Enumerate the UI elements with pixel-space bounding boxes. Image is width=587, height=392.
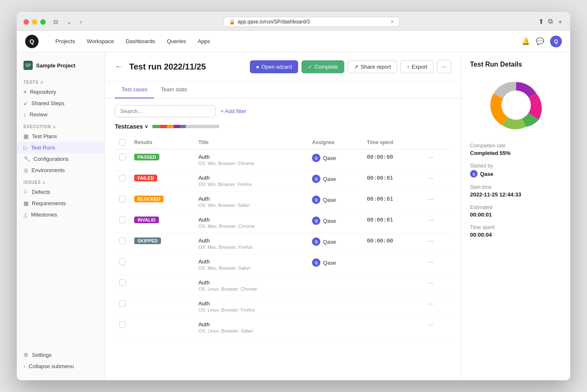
user-avatar[interactable]: Q xyxy=(550,36,562,47)
test-title[interactable]: Auth xyxy=(198,196,304,202)
test-title[interactable]: Auth xyxy=(198,175,304,181)
sidebar-item-environments[interactable]: ◎ Environments xyxy=(17,165,104,176)
complete-button[interactable]: ✓ Complete xyxy=(301,60,344,73)
row-more-button[interactable]: ··· xyxy=(426,217,435,224)
tab-team-stats[interactable]: Team stats xyxy=(154,81,194,98)
assignee-name: Qase xyxy=(323,155,336,161)
row-more-button[interactable]: ··· xyxy=(426,279,435,287)
chevron-down-icon[interactable]: ⌄ xyxy=(64,18,74,26)
panel-title: Test Run Details xyxy=(470,61,562,68)
tab-icon[interactable]: ⧉ xyxy=(548,18,553,26)
row-checkbox[interactable] xyxy=(119,217,126,223)
result-cell xyxy=(130,317,194,338)
test-title[interactable]: Auth xyxy=(198,300,304,307)
nav-item-queries[interactable]: Queries xyxy=(162,36,191,47)
row-more-button[interactable]: ··· xyxy=(426,154,435,161)
close-button[interactable] xyxy=(23,19,29,25)
time-cell xyxy=(363,317,422,338)
sidebar-item-configurations[interactable]: 🔧 Configurations xyxy=(17,153,104,165)
test-title[interactable]: Auth xyxy=(198,279,304,286)
row-checkbox[interactable] xyxy=(119,154,126,160)
export-button[interactable]: ↑ Export xyxy=(400,60,434,73)
nav-item-workspace[interactable]: Workspace xyxy=(82,36,119,47)
time-cell: 00:00:01 xyxy=(363,212,422,233)
shared-steps-icon: ↙ xyxy=(23,100,28,106)
sidebar-toggle-button[interactable]: ⊟ xyxy=(51,18,61,26)
test-subtitle: OS: Linux, Browser: Safari xyxy=(198,328,304,333)
row-more-button[interactable]: ··· xyxy=(426,237,435,245)
more-actions-button[interactable]: ··· xyxy=(437,60,451,73)
share-report-button[interactable]: ↗ Share report xyxy=(348,60,397,73)
started-by-info: Q Qase xyxy=(470,170,562,178)
assignee-cell: Q Qase xyxy=(308,212,363,233)
sidebar-item-requirements[interactable]: ▦ Requirements xyxy=(17,198,104,209)
configurations-icon: 🔧 xyxy=(23,156,30,162)
refresh-icon[interactable]: ✕ xyxy=(390,19,394,25)
open-wizard-button[interactable]: ● Open wizard xyxy=(250,60,299,73)
sidebar-item-review[interactable]: ↕ Review xyxy=(17,109,104,120)
progress-bar xyxy=(152,125,219,128)
row-more-button[interactable]: ··· xyxy=(426,321,435,329)
sidebar-item-test-runs[interactable]: ▷ Test Runs xyxy=(17,142,104,153)
test-subtitle: OS: Win, Browser: Safari xyxy=(198,203,304,208)
test-title[interactable]: Auth xyxy=(198,237,304,244)
result-cell xyxy=(130,254,194,275)
sidebar-item-shared-steps[interactable]: ↙ Shared Steps xyxy=(17,98,104,109)
content-area: ← Test run 2022/11/25 ● Open wizard ✓ Co… xyxy=(105,52,461,380)
address-bar[interactable]: 🔒 app.qase.io/run/SP/dashboard/3 ✕ xyxy=(223,17,400,27)
row-more-button[interactable]: ··· xyxy=(426,258,435,266)
tabs-row: Test cases Team stats xyxy=(105,81,461,98)
notification-icon[interactable]: 🔔 xyxy=(522,37,530,45)
testcases-label[interactable]: Testcases ∨ xyxy=(115,123,148,130)
sidebar-label-environments: Environments xyxy=(31,167,65,173)
test-subtitle: OS: Win, Browser: Chrome xyxy=(198,161,304,166)
result-cell: Failed xyxy=(130,170,194,191)
nav-item-apps[interactable]: Apps xyxy=(192,36,215,47)
test-title[interactable]: Auth xyxy=(198,154,304,160)
back-button[interactable]: ← xyxy=(115,62,122,71)
row-checkbox[interactable] xyxy=(119,321,126,328)
row-checkbox[interactable] xyxy=(119,258,126,265)
title-cell: Auth OS: Linux, Browser: Firefox xyxy=(194,296,308,317)
assignee-cell: Q Qase xyxy=(308,191,363,212)
row-checkbox[interactable] xyxy=(119,196,126,202)
sidebar-label-requirements: Requirements xyxy=(32,200,66,206)
tests-section-label: TESTS ∧ xyxy=(17,76,104,86)
sidebar-item-test-plans[interactable]: ▦ Test Plans xyxy=(17,131,104,142)
sidebar-label-test-runs: Test Runs xyxy=(31,144,55,151)
row-checkbox[interactable] xyxy=(119,300,126,307)
back-button[interactable]: ‹ xyxy=(78,18,85,26)
sidebar-collapse-submenu[interactable]: ‹ Collapse submenu xyxy=(17,361,104,372)
maximize-button[interactable] xyxy=(40,19,46,25)
sidebar-item-repository[interactable]: ≡ Repository xyxy=(17,86,104,98)
select-all-checkbox[interactable] xyxy=(119,139,126,146)
minimize-button[interactable] xyxy=(32,19,37,25)
share-icon[interactable]: ⬆ xyxy=(538,18,544,26)
row-checkbox[interactable] xyxy=(119,237,126,244)
test-title[interactable]: Auth xyxy=(198,321,304,328)
nav-item-dashboards[interactable]: Dashboards xyxy=(121,36,160,47)
row-more-button[interactable]: ··· xyxy=(426,196,435,203)
test-subtitle: OS: Linux, Browser: Firefox xyxy=(198,307,304,312)
progress-passed xyxy=(152,125,160,128)
sidebar-label-milestones: Milestones xyxy=(31,211,57,218)
nav-item-projects[interactable]: Projects xyxy=(50,36,80,47)
row-more-button[interactable]: ··· xyxy=(426,175,435,182)
test-title[interactable]: Auth xyxy=(198,217,304,223)
sidebar-item-milestones[interactable]: △ Milestones xyxy=(17,209,104,220)
new-tab-icon[interactable]: ＋ xyxy=(557,18,564,26)
title-cell: Auth OS: Mac, Browser: Safari xyxy=(194,254,308,275)
row-more-button[interactable]: ··· xyxy=(426,300,435,308)
chat-icon[interactable]: 💬 xyxy=(536,37,544,45)
check-icon: ✓ xyxy=(308,64,312,70)
title-cell: Auth OS: Mac, Browser: Firefox xyxy=(194,233,308,254)
row-checkbox[interactable] xyxy=(119,279,126,286)
test-title[interactable]: Auth xyxy=(198,258,304,265)
sidebar-item-defects[interactable]: ⚐ Defects xyxy=(17,186,104,198)
sidebar-item-settings[interactable]: ⚙ Settings xyxy=(17,349,104,361)
time-cell xyxy=(363,275,422,296)
row-checkbox[interactable] xyxy=(119,175,126,181)
search-input[interactable] xyxy=(115,105,216,117)
add-filter-button[interactable]: + Add filter xyxy=(221,108,247,114)
tab-test-cases[interactable]: Test cases xyxy=(115,81,154,98)
